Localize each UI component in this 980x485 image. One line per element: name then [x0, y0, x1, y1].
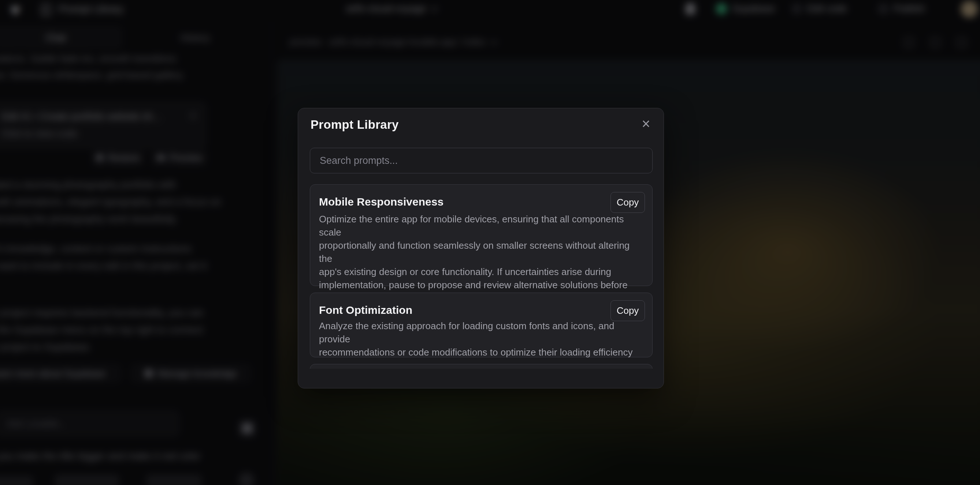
- prompt-card-clipped[interactable]: [310, 364, 652, 369]
- close-icon: ×: [642, 116, 650, 132]
- prompt-description: Optimize the entire app for mobile devic…: [319, 212, 645, 305]
- copy-button[interactable]: Copy: [611, 192, 645, 213]
- search-input[interactable]: [310, 148, 652, 173]
- prompt-card-font-optimization[interactable]: Font Optimization Copy Analyze the exist…: [310, 293, 652, 357]
- close-button[interactable]: ×: [638, 116, 654, 132]
- dialog-title: Prompt Library: [310, 118, 399, 132]
- prompt-title: Font Optimization: [319, 304, 412, 316]
- copy-button[interactable]: Copy: [611, 300, 645, 321]
- prompt-library-dialog: Prompt Library × Mobile Responsiveness C…: [298, 108, 664, 388]
- prompt-description: Analyze the existing approach for loadin…: [319, 319, 645, 359]
- prompt-title: Mobile Responsiveness: [319, 196, 444, 208]
- prompt-list[interactable]: Mobile Responsiveness Copy Optimize the …: [310, 184, 652, 369]
- prompt-card-mobile-responsiveness[interactable]: Mobile Responsiveness Copy Optimize the …: [310, 184, 652, 286]
